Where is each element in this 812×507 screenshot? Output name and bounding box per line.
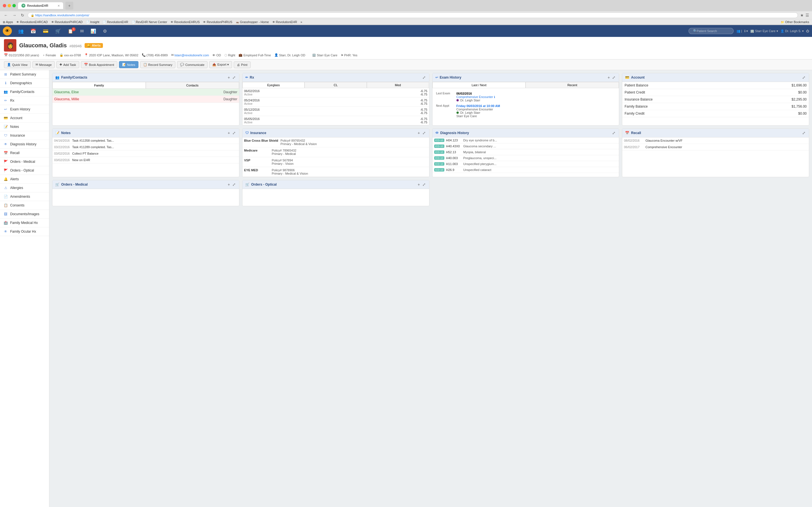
bookmark-revolutionehr2[interactable]: 👁 RevolutionEHR — [272, 20, 297, 24]
sidebar-item-recall[interactable]: 📅 Recall — [0, 149, 49, 158]
notes-button[interactable]: 📝 Notes — [119, 61, 139, 68]
sidebar-item-orders-optical[interactable]: 🚩 Orders - Optical — [0, 166, 49, 175]
orders-optical-add-button[interactable]: + — [417, 182, 420, 187]
recall-row[interactable]: 08/02/2016 Glaucoma Encounter w/VF — [622, 137, 809, 144]
add-task-button[interactable]: ✚ Add Task — [56, 61, 79, 68]
contacts-tab[interactable]: Contacts — [146, 82, 239, 89]
nav-logout-button[interactable]: ⏻ — [806, 29, 809, 33]
bookmark-other[interactable]: 📁 Other Bookmarks — [781, 20, 809, 24]
sidebar-item-family-contacts[interactable]: 👥 Family/Contacts — [0, 88, 49, 96]
nav-orders[interactable]: 🛒 — [52, 27, 64, 36]
bookmark-revolutionehr[interactable]: 📄 RevolutionEHR — [103, 20, 128, 24]
bookmark-revehr-nerve[interactable]: 📄 RevEHR Nerve Center — [132, 20, 167, 24]
sidebar-item-family-medical-hx[interactable]: 🏥 Family Medical Hx — [0, 219, 49, 227]
export-button[interactable]: 📤 Export ▾ — [209, 61, 232, 68]
insurance-row[interactable]: Medicare Policy# 78965432Primary - Medic… — [243, 147, 429, 157]
sidebar-item-insurance[interactable]: 🛡 Insurance — [0, 131, 49, 140]
rx-row[interactable]: 05/12/2016 Active -6.75 -6.75 — [243, 107, 429, 116]
exam-history-add-button[interactable]: + — [607, 75, 610, 80]
orders-medical-expand-button[interactable]: ⤢ — [232, 182, 236, 187]
minimize-window-button[interactable] — [8, 4, 11, 7]
sidebar-item-rx[interactable]: ✏ Rx — [0, 96, 49, 105]
note-row[interactable]: 04/16/2016 Task #11358 completed. Tas... — [52, 137, 239, 144]
nav-user-management[interactable]: 👥 | — [737, 29, 742, 33]
exam-history-expand-button[interactable]: ⤢ — [612, 75, 616, 80]
diagnosis-row[interactable]: ICD-10 H26.9 Unspecified cataract — [433, 167, 619, 173]
sidebar-item-patient-summary[interactable]: ⊞ Patient Summary — [0, 70, 49, 79]
communicate-button[interactable]: 💬 Communicate — [177, 61, 207, 68]
rx-row[interactable]: 05/05/2016 Active -6.75 -6.75 — [243, 116, 429, 125]
sidebar-item-account[interactable]: 💳 Account — [0, 114, 49, 122]
nav-billing[interactable]: 💳 — [40, 27, 51, 36]
book-appointment-button[interactable]: 📅 Book Appointment — [81, 61, 117, 68]
nav-messages[interactable]: ✉ — [77, 27, 87, 36]
tab-close-button[interactable]: ✕ — [57, 4, 60, 7]
last-exam-link[interactable]: Comprehensive Encounter — [456, 95, 493, 99]
bookmark-revolutionphrus[interactable]: 👁 RevolutionPHRUS — [203, 20, 232, 24]
note-row[interactable]: 03/02/2016 Collect PT Balance — [52, 151, 239, 157]
sidebar-item-orders-medical[interactable]: 🚩 Orders - Medical — [0, 158, 49, 166]
exam-tab-last-next[interactable]: Last / Next — [433, 82, 526, 88]
sidebar-item-diagnosis-history[interactable]: 👁 Diagnosis History — [0, 140, 49, 149]
diagnosis-row[interactable]: ICD-10 H40.43X0 Glaucoma secondary ... — [433, 144, 619, 149]
maximize-window-button[interactable] — [12, 4, 16, 7]
rx-row[interactable]: 06/02/2016 Active -6.75 -6.75 — [243, 88, 429, 98]
orders-optical-expand-button[interactable]: ⤢ — [422, 182, 426, 187]
print-button[interactable]: 🖨 Print — [234, 61, 251, 68]
diagnosis-row[interactable]: ICD-10 H52.13 Myopia, bilateral — [433, 149, 619, 155]
nav-practice-selector[interactable]: 🏢 Starr Eye Care ▾ — [750, 29, 778, 33]
exam-tab-recent[interactable]: Recent — [525, 82, 619, 88]
nav-patients[interactable]: 👥 — [15, 27, 27, 36]
forward-button[interactable]: → — [11, 12, 17, 18]
nav-tasks[interactable]: 📋 5 — [65, 27, 76, 36]
next-appt-link[interactable]: Friday 06/03/2016 at 10:00 AM — [456, 104, 500, 108]
diagnosis-row[interactable]: ICD-10 H04.123 Dry eye syndrome of b... — [433, 137, 619, 144]
bookmark-revolutionehrus[interactable]: 👁 RevolutionEHRUS — [170, 20, 200, 24]
bookmark-more[interactable]: » — [301, 20, 302, 24]
note-row[interactable]: 03/22/2016 Task #11289 completed. Tas... — [52, 144, 239, 151]
refresh-button[interactable]: ↻ — [20, 12, 26, 18]
family-contacts-add-button[interactable]: + — [227, 75, 231, 80]
message-button[interactable]: ✉ Message — [33, 61, 55, 68]
app-logo[interactable]: 👁 — [3, 26, 12, 36]
back-button[interactable]: ← — [3, 12, 9, 18]
nav-reports[interactable]: 📊 — [88, 27, 99, 36]
family-tab[interactable]: Family — [52, 82, 146, 89]
diagnosis-expand-button[interactable]: ⤢ — [612, 131, 616, 135]
nav-help[interactable]: ℹ ▾ — [744, 29, 748, 33]
sidebar-item-demographics[interactable]: ℹ Demographics — [0, 79, 49, 88]
address-bar[interactable]: 🔒 https://sandbox.revolutionehr.com/pms/ — [28, 12, 798, 18]
diagnosis-row[interactable]: ICD-10 H11.003 Unspecified pterygium... — [433, 161, 619, 167]
rx-tab-eyeglass[interactable]: Eyeglass — [243, 82, 305, 88]
recall-expand-button[interactable]: ⤢ — [802, 131, 806, 135]
rx-expand-button[interactable]: ⤢ — [422, 75, 426, 80]
bookmark-insight[interactable]: 📄 Insight — [86, 20, 99, 24]
sidebar-item-notes[interactable]: 📝 Notes — [0, 122, 49, 131]
sidebar-item-allergies[interactable]: ⚠ Allergies — [0, 184, 49, 192]
insurance-row[interactable]: Blue Cross Blue Shield Policy# 89765432P… — [243, 137, 429, 147]
sidebar-item-alerts[interactable]: 🔔 Alerts — [0, 175, 49, 184]
family-member-row[interactable]: Glaucoma, Elise Daughter — [52, 89, 239, 96]
browser-menu-button[interactable]: ☰ — [806, 13, 809, 17]
recall-row[interactable]: 06/02/2017 Comprehensive Encounter — [622, 144, 809, 151]
nav-user-selector[interactable]: 👤 Dr. Leigh S. ▾ — [780, 29, 804, 33]
new-tab-button[interactable]: + — [65, 2, 73, 10]
rx-row[interactable]: 05/24/2016 Active -6.75 -6.75 — [243, 98, 429, 107]
sidebar-item-family-ocular-hx[interactable]: 👁 Family Ocular Hx — [0, 227, 49, 236]
sidebar-item-consents[interactable]: 📋 Consents — [0, 201, 49, 210]
notes-add-button[interactable]: + — [227, 131, 231, 135]
browser-tab[interactable]: 👁 RevolutionEHR ✕ — [18, 2, 63, 9]
diagnosis-row[interactable]: ICD-10 H40.003 Preglaucoma, unspeci... — [433, 155, 619, 161]
close-window-button[interactable] — [3, 4, 6, 7]
bookmark-revolutionphrcad[interactable]: 👁 RevolutionPHRCAD — [51, 20, 83, 24]
bookmark-apps[interactable]: ⊞ Apps — [3, 20, 13, 24]
orders-medical-add-button[interactable]: + — [227, 182, 231, 187]
family-contacts-expand-button[interactable]: ⤢ — [232, 75, 236, 80]
bookmark-grasshopper[interactable]: 🦗 Grasshopper - Home — [236, 20, 269, 24]
insurance-row[interactable]: EYE MED Policy# 9878906Primary - Medical… — [243, 167, 429, 177]
insurance-expand-button[interactable]: ⤢ — [422, 131, 426, 135]
note-row[interactable]: 03/02/2016 New on EHR — [52, 157, 239, 163]
insurance-row[interactable]: VSP Policy# 567894Primary - Vision — [243, 157, 429, 167]
notes-expand-button[interactable]: ⤢ — [232, 131, 236, 135]
nav-calendar[interactable]: 📅 — [28, 27, 39, 36]
